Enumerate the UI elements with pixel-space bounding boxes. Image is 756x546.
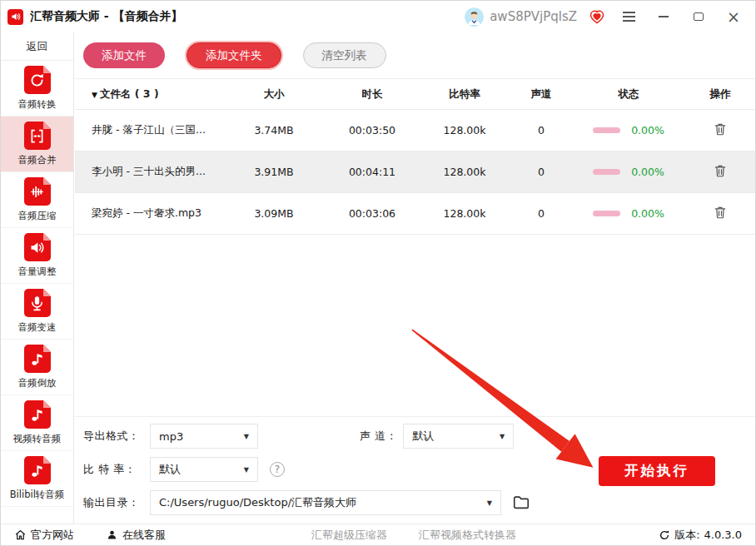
minimize-button[interactable] bbox=[652, 7, 675, 27]
progress-bar bbox=[593, 211, 620, 216]
delete-icon[interactable] bbox=[713, 122, 728, 136]
column-channel: 声道 bbox=[508, 87, 574, 102]
user-avatar[interactable] bbox=[465, 7, 484, 27]
file-bitrate: 128.00k bbox=[421, 124, 508, 136]
column-status: 状态 bbox=[574, 87, 683, 102]
convert-icon bbox=[24, 66, 51, 94]
channel-select[interactable]: 默认▼ bbox=[403, 424, 514, 449]
progress-percent: 0.00% bbox=[631, 207, 664, 220]
output-dir-select[interactable]: C:/Users/ruguo/Desktop/汇帮音频大师▼ bbox=[150, 490, 501, 515]
browse-folder-icon[interactable] bbox=[512, 494, 530, 512]
vip-badge-icon[interactable] bbox=[589, 8, 605, 25]
add-file-button[interactable]: 添加文件 bbox=[83, 42, 165, 68]
file-channel: 0 bbox=[508, 166, 574, 178]
clear-list-button[interactable]: 清空列表 bbox=[303, 42, 386, 68]
file-name: 梁宛婷 - 一寸奢求.mp3 bbox=[92, 206, 225, 221]
person-icon bbox=[106, 529, 118, 541]
column-duration: 时长 bbox=[323, 87, 421, 102]
progress-percent: 0.00% bbox=[631, 166, 664, 178]
table-row[interactable]: 李小明 - 三十出头的男... 3.91MB 00:04:11 128.00k … bbox=[75, 151, 755, 193]
delete-icon[interactable] bbox=[713, 163, 728, 178]
table-row[interactable]: 井胧 - 落子江山（三国... 3.74MB 00:03:50 128.00k … bbox=[75, 110, 755, 151]
minimize-icon bbox=[659, 16, 669, 17]
column-filename[interactable]: ▼文件名 ( 3 ) bbox=[92, 87, 225, 102]
progress-percent: 0.00% bbox=[631, 124, 664, 136]
window-title: 汇帮音频大师 - 【音频合并】 bbox=[30, 9, 183, 24]
chevron-down-icon: ▼ bbox=[237, 466, 249, 474]
file-name: 井胧 - 落子江山（三国... bbox=[92, 123, 225, 137]
back-button[interactable]: 返回 bbox=[1, 32, 73, 61]
file-channel: 0 bbox=[508, 207, 574, 220]
add-folder-button[interactable]: 添加文件夹 bbox=[187, 42, 281, 68]
partner-link-video-converter[interactable]: 汇帮视频格式转换器 bbox=[419, 528, 516, 543]
note-icon bbox=[24, 456, 51, 484]
file-list: 井胧 - 落子江山（三国... 3.74MB 00:03:50 128.00k … bbox=[75, 110, 755, 235]
toolbar: 添加文件 添加文件夹 清空列表 bbox=[75, 32, 755, 79]
progress-bar bbox=[593, 127, 620, 133]
file-name: 李小明 - 三十出头的男... bbox=[92, 165, 225, 179]
file-status: 0.00% bbox=[574, 166, 683, 178]
username-text: awS8PVjPqlsZ bbox=[490, 9, 577, 24]
version-info: 版本: 4.0.3.0 bbox=[659, 528, 742, 543]
note-icon bbox=[24, 345, 51, 373]
maximize-icon bbox=[694, 12, 704, 21]
column-size: 大小 bbox=[225, 87, 323, 102]
sidebar-item-volume-adjust[interactable]: 音量调整 bbox=[1, 228, 73, 284]
chevron-down-icon: ▼ bbox=[493, 433, 505, 440]
start-execute-button[interactable]: 开始执行 bbox=[599, 456, 715, 486]
merge-icon bbox=[24, 122, 51, 150]
bitrate-label: 比 特 率： bbox=[83, 462, 150, 477]
maximize-button[interactable] bbox=[687, 7, 710, 27]
file-status: 0.00% bbox=[574, 207, 683, 220]
sidebar-item-audio-convert[interactable]: 音频转换 bbox=[1, 61, 73, 117]
column-operation: 操作 bbox=[683, 87, 756, 102]
compress-icon bbox=[24, 177, 51, 206]
file-size: 3.09MB bbox=[225, 207, 323, 220]
sort-caret-icon: ▼ bbox=[92, 91, 97, 99]
partner-link-compressor[interactable]: 汇帮超级压缩器 bbox=[311, 528, 387, 543]
home-icon bbox=[14, 529, 27, 541]
column-bitrate: 比特率 bbox=[421, 87, 508, 102]
user-account[interactable]: awS8PVjPqlsZ bbox=[465, 7, 577, 27]
delete-icon[interactable] bbox=[713, 205, 728, 220]
export-format-label: 导出格式： bbox=[83, 429, 150, 444]
menu-button[interactable] bbox=[617, 7, 640, 27]
close-button[interactable]: × bbox=[722, 7, 745, 27]
refresh-icon[interactable] bbox=[659, 529, 670, 541]
official-site-link[interactable]: 官方网站 bbox=[14, 528, 74, 543]
online-service-link[interactable]: 在线客服 bbox=[106, 528, 166, 543]
empty-area bbox=[75, 235, 755, 416]
file-status: 0.00% bbox=[574, 124, 683, 136]
export-format-select[interactable]: mp3▼ bbox=[150, 424, 258, 449]
note-icon bbox=[24, 400, 51, 429]
file-duration: 00:03:06 bbox=[323, 207, 421, 220]
progress-bar bbox=[593, 169, 620, 175]
footer: 官方网站 在线客服 汇帮超级压缩器 汇帮视频格式转换器 版本: 4.0.3.0 bbox=[1, 524, 755, 545]
table-row[interactable]: 梁宛婷 - 一寸奢求.mp3 3.09MB 00:03:06 128.00k 0… bbox=[75, 193, 755, 235]
file-duration: 00:03:50 bbox=[323, 124, 421, 136]
sidebar-item-audio-speed[interactable]: 音频变速 bbox=[1, 284, 73, 340]
table-header: ▼文件名 ( 3 ) 大小 时长 比特率 声道 状态 操作 bbox=[75, 79, 755, 110]
file-duration: 00:04:11 bbox=[323, 166, 421, 178]
sidebar-item-audio-merge[interactable]: 音频合并 bbox=[1, 117, 73, 172]
file-size: 3.74MB bbox=[225, 124, 323, 136]
sidebar-item-bilibili-to-audio[interactable]: Bilibil转音频 bbox=[1, 451, 73, 507]
output-dir-label: 输出目录： bbox=[83, 495, 150, 510]
help-icon[interactable]: ? bbox=[270, 462, 285, 477]
chevron-down-icon: ▼ bbox=[237, 433, 249, 440]
volume-icon bbox=[24, 233, 51, 261]
sidebar: 返回 音频转换 音频合并 音频压缩 音量调整 音频变速 音频倒放 视频转音频 B… bbox=[1, 32, 74, 524]
sidebar-item-video-to-audio[interactable]: 视频转音频 bbox=[1, 395, 73, 451]
sidebar-item-audio-compress[interactable]: 音频压缩 bbox=[1, 172, 73, 228]
file-bitrate: 128.00k bbox=[421, 207, 508, 220]
channel-label: 声 道： bbox=[360, 429, 397, 444]
sidebar-item-audio-reverse[interactable]: 音频倒放 bbox=[1, 340, 73, 395]
app-window: 汇帮音频大师 - 【音频合并】 awS8PVjPqlsZ × 返回 音频转换 音… bbox=[0, 0, 756, 546]
main-panel: 添加文件 添加文件夹 清空列表 ▼文件名 ( 3 ) 大小 时长 比特率 声道 … bbox=[75, 32, 755, 524]
mic-icon bbox=[24, 289, 51, 317]
file-channel: 0 bbox=[508, 124, 574, 136]
hamburger-icon bbox=[623, 12, 635, 22]
close-icon: × bbox=[727, 9, 740, 25]
bitrate-select[interactable]: 默认▼ bbox=[150, 457, 258, 482]
chevron-down-icon: ▼ bbox=[480, 499, 492, 507]
